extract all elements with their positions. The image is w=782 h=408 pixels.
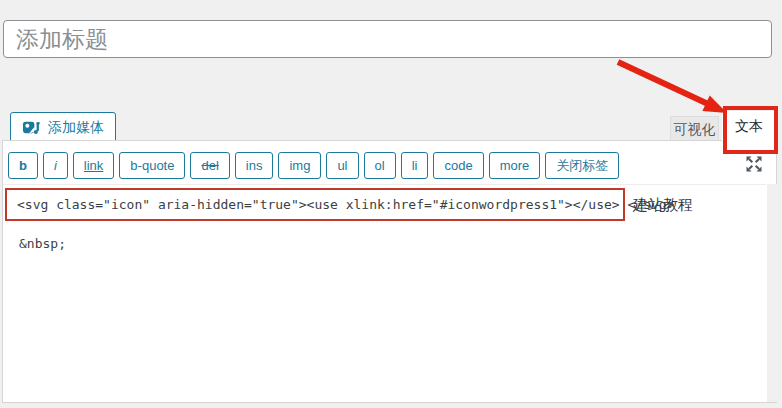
post-title-input[interactable]: [3, 20, 772, 58]
nbsp-text: &nbsp;: [19, 236, 66, 251]
quicktag-del-button[interactable]: del: [190, 152, 229, 179]
editor-container: b i link b-quote del ins img ul ol li co…: [2, 140, 777, 403]
quicktag-blockquote-button[interactable]: b-quote: [119, 152, 185, 179]
add-media-label: 添加媒体: [48, 119, 104, 137]
media-icon: [22, 118, 41, 137]
quicktag-link-button[interactable]: link: [73, 152, 115, 179]
quicktag-close-tags-button[interactable]: 关闭标签: [545, 152, 619, 179]
tab-text[interactable]: 文本: [722, 111, 776, 142]
fullscreen-expand-icon[interactable]: [744, 154, 764, 174]
quicktag-more-button[interactable]: more: [489, 152, 541, 179]
code-suffix-text: 建站教程: [633, 196, 693, 215]
quicktags-toolbar: b i link b-quote del ins img ul ol li co…: [8, 152, 619, 179]
quicktag-code-button[interactable]: code: [433, 152, 483, 179]
post-editor-screen: 添加媒体 可视化 文本 b i link b-quote del ins img…: [0, 0, 782, 408]
code-text: <svg class="icon" aria-hidden="true"><us…: [17, 197, 674, 212]
quicktag-ol-button[interactable]: ol: [364, 152, 396, 179]
quicktag-ins-button[interactable]: ins: [235, 152, 274, 179]
quicktag-italic-button[interactable]: i: [43, 152, 68, 179]
quicktag-ul-button[interactable]: ul: [326, 152, 358, 179]
textarea-right-margin: [767, 184, 778, 402]
tab-visual[interactable]: 可视化: [670, 116, 719, 141]
add-media-button[interactable]: 添加媒体: [10, 112, 116, 143]
quicktag-img-button[interactable]: img: [278, 152, 321, 179]
code-annotation-box: <svg class="icon" aria-hidden="true"><us…: [5, 188, 625, 221]
quicktag-bold-button[interactable]: b: [8, 152, 38, 179]
quicktag-li-button[interactable]: li: [401, 152, 429, 179]
